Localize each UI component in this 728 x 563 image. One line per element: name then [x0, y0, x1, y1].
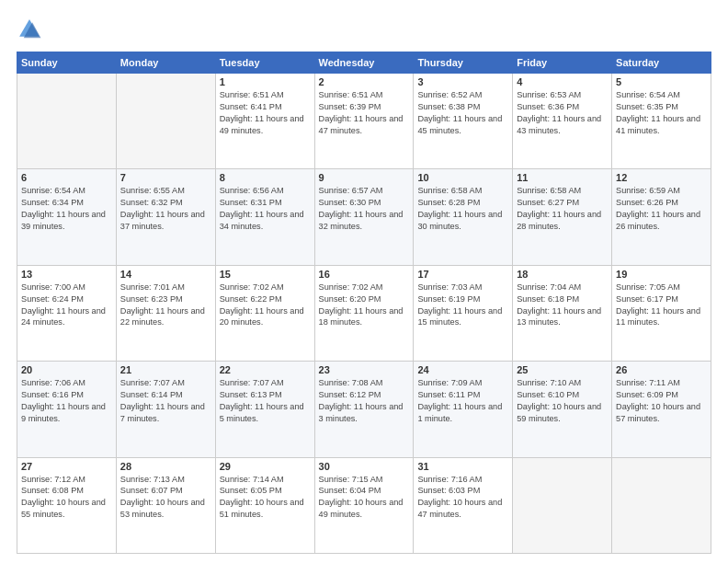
day-number: 10	[417, 172, 508, 183]
day-number: 1	[220, 76, 311, 87]
calendar-cell: 19Sunrise: 7:05 AMSunset: 6:17 PMDayligh…	[612, 265, 711, 361]
day-number: 25	[517, 364, 608, 375]
calendar-cell: 13Sunrise: 7:00 AMSunset: 6:24 PMDayligh…	[17, 265, 117, 361]
calendar-cell: 16Sunrise: 7:02 AMSunset: 6:20 PMDayligh…	[314, 265, 414, 361]
day-number: 16	[319, 269, 410, 280]
day-number: 24	[417, 364, 508, 375]
calendar-cell	[612, 457, 711, 553]
day-number: 28	[120, 461, 211, 472]
calendar-cell: 10Sunrise: 6:58 AMSunset: 6:28 PMDayligh…	[414, 169, 513, 265]
day-info: Sunrise: 6:57 AMSunset: 6:30 PMDaylight:…	[319, 185, 410, 233]
calendar-cell: 25Sunrise: 7:10 AMSunset: 6:10 PMDayligh…	[513, 362, 612, 457]
day-number: 19	[616, 269, 707, 280]
day-info: Sunrise: 6:58 AMSunset: 6:28 PMDaylight:…	[417, 185, 508, 233]
calendar-cell: 18Sunrise: 7:04 AMSunset: 6:18 PMDayligh…	[513, 265, 612, 361]
day-number: 6	[21, 172, 112, 183]
weekday-header: Saturday	[612, 52, 711, 74]
calendar-cell: 9Sunrise: 6:57 AMSunset: 6:30 PMDaylight…	[314, 169, 414, 265]
day-info: Sunrise: 7:10 AMSunset: 6:10 PMDaylight:…	[517, 377, 608, 425]
day-number: 31	[417, 461, 508, 472]
calendar-cell: 21Sunrise: 7:07 AMSunset: 6:14 PMDayligh…	[116, 362, 215, 457]
day-info: Sunrise: 6:58 AMSunset: 6:27 PMDaylight:…	[517, 185, 608, 233]
page: SundayMondayTuesdayWednesdayThursdayFrid…	[0, 0, 728, 563]
weekday-header: Friday	[513, 52, 612, 74]
day-number: 4	[517, 76, 608, 87]
day-info: Sunrise: 6:56 AMSunset: 6:31 PMDaylight:…	[220, 185, 311, 233]
weekday-header: Wednesday	[314, 52, 414, 74]
day-number: 18	[517, 269, 608, 280]
day-info: Sunrise: 7:12 AMSunset: 6:08 PMDaylight:…	[21, 474, 112, 522]
weekday-header: Tuesday	[215, 52, 314, 74]
day-info: Sunrise: 7:07 AMSunset: 6:14 PMDaylight:…	[120, 377, 211, 425]
calendar-cell: 22Sunrise: 7:07 AMSunset: 6:13 PMDayligh…	[215, 362, 314, 457]
calendar-cell: 27Sunrise: 7:12 AMSunset: 6:08 PMDayligh…	[17, 457, 117, 553]
day-number: 26	[616, 364, 707, 375]
calendar-cell: 5Sunrise: 6:54 AMSunset: 6:35 PMDaylight…	[612, 74, 711, 169]
day-info: Sunrise: 7:08 AMSunset: 6:12 PMDaylight:…	[319, 377, 410, 425]
day-number: 30	[319, 461, 410, 472]
calendar-cell	[116, 74, 215, 169]
calendar-cell: 23Sunrise: 7:08 AMSunset: 6:12 PMDayligh…	[314, 362, 414, 457]
day-info: Sunrise: 7:02 AMSunset: 6:22 PMDaylight:…	[220, 282, 311, 329]
logo-icon	[17, 17, 42, 42]
weekday-header: Monday	[116, 52, 215, 74]
day-info: Sunrise: 6:54 AMSunset: 6:35 PMDaylight:…	[616, 89, 707, 137]
day-info: Sunrise: 7:02 AMSunset: 6:20 PMDaylight:…	[319, 282, 410, 329]
calendar-cell: 29Sunrise: 7:14 AMSunset: 6:05 PMDayligh…	[215, 457, 314, 553]
day-info: Sunrise: 7:03 AMSunset: 6:19 PMDaylight:…	[417, 282, 508, 329]
day-number: 12	[616, 172, 707, 183]
weekday-header: Thursday	[414, 52, 513, 74]
calendar-cell: 7Sunrise: 6:55 AMSunset: 6:32 PMDaylight…	[116, 169, 215, 265]
day-info: Sunrise: 7:13 AMSunset: 6:07 PMDaylight:…	[120, 474, 211, 522]
calendar-cell: 2Sunrise: 6:51 AMSunset: 6:39 PMDaylight…	[314, 74, 414, 169]
calendar-cell: 26Sunrise: 7:11 AMSunset: 6:09 PMDayligh…	[612, 362, 711, 457]
day-number: 2	[319, 76, 410, 87]
day-info: Sunrise: 6:51 AMSunset: 6:41 PMDaylight:…	[220, 89, 311, 137]
day-number: 8	[220, 172, 311, 183]
day-info: Sunrise: 6:59 AMSunset: 6:26 PMDaylight:…	[616, 185, 707, 233]
day-info: Sunrise: 7:00 AMSunset: 6:24 PMDaylight:…	[21, 282, 112, 329]
calendar-cell: 24Sunrise: 7:09 AMSunset: 6:11 PMDayligh…	[414, 362, 513, 457]
logo	[17, 17, 46, 42]
calendar-table: SundayMondayTuesdayWednesdayThursdayFrid…	[17, 52, 711, 554]
day-number: 29	[220, 461, 311, 472]
day-number: 5	[616, 76, 707, 87]
calendar-cell: 8Sunrise: 6:56 AMSunset: 6:31 PMDaylight…	[215, 169, 314, 265]
day-number: 3	[417, 76, 508, 87]
calendar-cell: 6Sunrise: 6:54 AMSunset: 6:34 PMDaylight…	[17, 169, 117, 265]
calendar-cell: 3Sunrise: 6:52 AMSunset: 6:38 PMDaylight…	[414, 74, 513, 169]
day-number: 20	[21, 364, 112, 375]
calendar-cell: 28Sunrise: 7:13 AMSunset: 6:07 PMDayligh…	[116, 457, 215, 553]
calendar-cell: 4Sunrise: 6:53 AMSunset: 6:36 PMDaylight…	[513, 74, 612, 169]
day-info: Sunrise: 7:06 AMSunset: 6:16 PMDaylight:…	[21, 377, 112, 425]
day-number: 15	[220, 269, 311, 280]
day-number: 22	[220, 364, 311, 375]
calendar-cell: 20Sunrise: 7:06 AMSunset: 6:16 PMDayligh…	[17, 362, 117, 457]
day-number: 9	[319, 172, 410, 183]
day-info: Sunrise: 6:55 AMSunset: 6:32 PMDaylight:…	[120, 185, 211, 233]
calendar-cell: 17Sunrise: 7:03 AMSunset: 6:19 PMDayligh…	[414, 265, 513, 361]
calendar-cell	[17, 74, 117, 169]
day-info: Sunrise: 7:11 AMSunset: 6:09 PMDaylight:…	[616, 377, 707, 425]
day-number: 21	[120, 364, 211, 375]
day-info: Sunrise: 7:04 AMSunset: 6:18 PMDaylight:…	[517, 282, 608, 329]
calendar-cell: 12Sunrise: 6:59 AMSunset: 6:26 PMDayligh…	[612, 169, 711, 265]
calendar-cell: 1Sunrise: 6:51 AMSunset: 6:41 PMDaylight…	[215, 74, 314, 169]
day-number: 11	[517, 172, 608, 183]
day-info: Sunrise: 6:51 AMSunset: 6:39 PMDaylight:…	[319, 89, 410, 137]
day-info: Sunrise: 7:07 AMSunset: 6:13 PMDaylight:…	[220, 377, 311, 425]
day-number: 13	[21, 269, 112, 280]
day-info: Sunrise: 6:54 AMSunset: 6:34 PMDaylight:…	[21, 185, 112, 233]
calendar-cell: 11Sunrise: 6:58 AMSunset: 6:27 PMDayligh…	[513, 169, 612, 265]
calendar-cell: 30Sunrise: 7:15 AMSunset: 6:04 PMDayligh…	[314, 457, 414, 553]
day-info: Sunrise: 6:52 AMSunset: 6:38 PMDaylight:…	[417, 89, 508, 137]
day-info: Sunrise: 7:14 AMSunset: 6:05 PMDaylight:…	[220, 474, 311, 522]
day-number: 14	[120, 269, 211, 280]
calendar-cell: 31Sunrise: 7:16 AMSunset: 6:03 PMDayligh…	[414, 457, 513, 553]
calendar-cell	[513, 457, 612, 553]
day-info: Sunrise: 7:15 AMSunset: 6:04 PMDaylight:…	[319, 474, 410, 522]
header	[17, 17, 711, 42]
day-info: Sunrise: 7:01 AMSunset: 6:23 PMDaylight:…	[120, 282, 211, 329]
weekday-header: Sunday	[17, 52, 117, 74]
calendar-cell: 14Sunrise: 7:01 AMSunset: 6:23 PMDayligh…	[116, 265, 215, 361]
